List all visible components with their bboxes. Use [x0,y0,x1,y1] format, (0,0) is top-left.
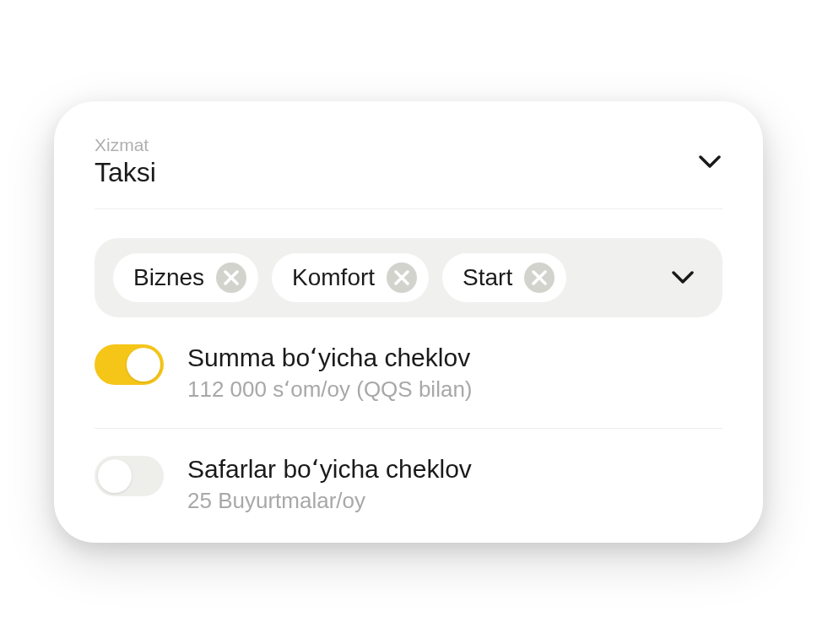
chevron-down-icon[interactable] [670,265,695,290]
tariff-tag: Start [442,253,566,302]
service-field-value: Taksi [95,157,156,188]
tariff-tag-label: Biznes [133,264,204,291]
tariff-tag: Komfort [272,253,429,302]
service-field-label: Xizmat [95,135,156,155]
amount-limit-toggle[interactable] [95,344,164,385]
tariff-tags-list: Biznes Komfort Start [113,253,566,302]
tariff-tag-label: Komfort [292,264,375,291]
close-icon[interactable] [387,262,417,293]
chevron-down-icon[interactable] [697,149,722,175]
settings-card: Xizmat Taksi Biznes Komfort Start [54,101,763,543]
trips-limit-text: Safarlar boʻyicha cheklov 25 Buyurtmalar… [187,452,472,516]
tariff-tag: Biznes [113,253,258,302]
service-selector[interactable]: Xizmat Taksi [95,135,722,209]
tariff-tag-label: Start [463,264,512,291]
toggle-knob [98,459,132,493]
amount-limit-subtitle: 112 000 sʻom/oy (QQS bilan) [187,376,473,404]
trips-limit-title: Safarlar boʻyicha cheklov [187,452,472,485]
amount-limit-title: Summa boʻyicha cheklov [187,341,473,374]
tariff-tags-container[interactable]: Biznes Komfort Start [95,238,722,317]
trips-limit-toggle[interactable] [95,456,164,496]
service-info: Xizmat Taksi [95,135,156,188]
toggle-knob [127,348,160,382]
amount-limit-text: Summa boʻyicha cheklov 112 000 sʻom/oy (… [187,341,473,404]
trips-limit-row: Safarlar boʻyicha cheklov 25 Buyurtmalar… [95,429,722,516]
close-icon[interactable] [216,262,246,293]
trips-limit-subtitle: 25 Buyurtmalar/oy [187,487,472,516]
amount-limit-row: Summa boʻyicha cheklov 112 000 sʻom/oy (… [95,317,722,429]
close-icon[interactable] [524,262,555,293]
